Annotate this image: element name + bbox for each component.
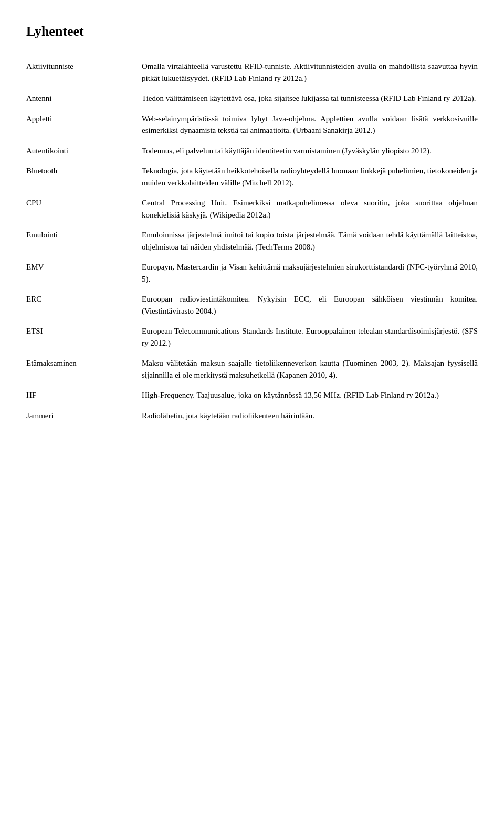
glossary-definition: Euroopan radioviestintäkomitea. Nykyisin…: [142, 290, 478, 322]
page-title: Lyhenteet: [26, 21, 478, 42]
glossary-term: Aktiivitunniste: [26, 57, 142, 89]
glossary-table: AktiivitunnisteOmalla virtalähteellä var…: [26, 57, 478, 427]
glossary-definition: Omalla virtalähteellä varustettu RFID-tu…: [142, 57, 478, 89]
glossary-definition: High-Frequency. Taajuusalue, joka on käy…: [142, 386, 478, 407]
glossary-term: EMV: [26, 258, 142, 290]
glossary-row: AktiivitunnisteOmalla virtalähteellä var…: [26, 57, 478, 89]
glossary-row: ApplettiWeb-selainympäristössä toimiva l…: [26, 110, 478, 142]
glossary-row: CPUCentral Processing Unit. Esimerkiksi …: [26, 194, 478, 226]
glossary-term: ERC: [26, 290, 142, 322]
glossary-definition: Tiedon välittämiseen käytettävä osa, jok…: [142, 89, 478, 110]
glossary-term: CPU: [26, 194, 142, 226]
glossary-row: EmulointiEmuloinnissa järjestelmä imitoi…: [26, 226, 478, 258]
glossary-row: JammeriRadiolähetin, jota käytetään radi…: [26, 407, 478, 427]
glossary-row: BluetoothTeknologia, jota käytetään heik…: [26, 162, 478, 194]
glossary-term: Emulointi: [26, 226, 142, 258]
glossary-definition: European Telecommunications Standards In…: [142, 322, 478, 354]
glossary-row: HFHigh-Frequency. Taajuusalue, joka on k…: [26, 386, 478, 407]
glossary-row: AutentikointiTodennus, eli palvelun tai …: [26, 142, 478, 162]
glossary-definition: Radiolähetin, jota käytetään radioliiken…: [142, 407, 478, 427]
glossary-row: EMVEuropayn, Mastercardin ja Visan kehit…: [26, 258, 478, 290]
glossary-definition: Europayn, Mastercardin ja Visan kehittäm…: [142, 258, 478, 290]
glossary-row: ERCEuroopan radioviestintäkomitea. Nykyi…: [26, 290, 478, 322]
glossary-term: Jammeri: [26, 407, 142, 427]
glossary-definition: Maksu välitetään maksun saajalle tietoli…: [142, 354, 478, 386]
glossary-row: EtämaksaminenMaksu välitetään maksun saa…: [26, 354, 478, 386]
glossary-row: ETSIEuropean Telecommunications Standard…: [26, 322, 478, 354]
glossary-term: Bluetooth: [26, 162, 142, 194]
glossary-term: Appletti: [26, 110, 142, 142]
glossary-row: AntenniTiedon välittämiseen käytettävä o…: [26, 89, 478, 110]
glossary-term: ETSI: [26, 322, 142, 354]
glossary-term: Etämaksaminen: [26, 354, 142, 386]
glossary-definition: Central Processing Unit. Esimerkiksi mat…: [142, 194, 478, 226]
glossary-definition: Todennus, eli palvelun tai käyttäjän ide…: [142, 142, 478, 162]
glossary-term: Antenni: [26, 89, 142, 110]
glossary-term: Autentikointi: [26, 142, 142, 162]
glossary-definition: Teknologia, jota käytetään heikkotehoise…: [142, 162, 478, 194]
glossary-term: HF: [26, 386, 142, 407]
glossary-definition: Emuloinnissa järjestelmä imitoi tai kopi…: [142, 226, 478, 258]
glossary-definition: Web-selainympäristössä toimiva lyhyt Jav…: [142, 110, 478, 142]
